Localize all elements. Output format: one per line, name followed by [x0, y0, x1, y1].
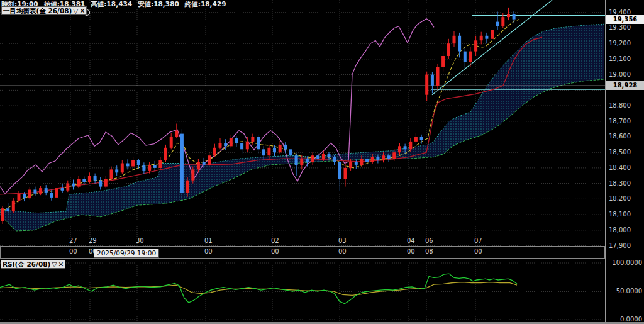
date-tick-label: 03: [338, 237, 347, 244]
senkou-a-line: [0, 24, 604, 213]
collapse-icon[interactable]: ▽: [73, 7, 78, 14]
price-axis-label: 19,100: [609, 55, 631, 62]
price-axis-label: 18,600: [609, 133, 631, 140]
date-tick-label: 02: [271, 237, 279, 244]
price-axis-label: 18,400: [609, 164, 631, 171]
crosshair-tooltip: 2025/09/29 19:00: [94, 249, 159, 258]
price-axis-label: 18,700: [609, 118, 631, 125]
readout-low: 安値:18,380: [138, 0, 179, 8]
price-axis-label: 18,500: [609, 148, 631, 155]
rsi-label: RSI(金 26/08): [3, 260, 50, 268]
collapse-icon[interactable]: ▽: [52, 260, 57, 268]
ichimoku-cloud: [0, 24, 604, 231]
price-axis-label: 17,900: [609, 242, 631, 249]
hour-tick-label: 00: [204, 248, 213, 255]
date-tick-label: 29: [89, 237, 97, 244]
price-axis-label: 18,000: [609, 226, 631, 233]
chart-application-window: 時刻:19:00始値:18,381高値:18,434安値:18,380終値:18…: [0, 0, 644, 324]
date-tick-label: 01: [204, 237, 213, 244]
price-axis-label: 19,200: [609, 40, 631, 47]
price-axis-label: 18,100: [609, 211, 631, 218]
close-icon[interactable]: ✕: [58, 260, 64, 268]
hour-tick-label: 00: [69, 248, 77, 255]
price-axis-label: 19,300: [609, 24, 631, 31]
candles-layer: [1, 8, 516, 224]
main-chart-canvas[interactable]: [0, 0, 605, 246]
panel-divider: [0, 259, 605, 259]
rsi-axis-label: 50.0000: [616, 288, 642, 294]
indicator-label-rsi: RSI(金 26/08)▽✕: [1, 260, 65, 269]
ichimoku-label: 一目均衡表(金 26/08): [3, 7, 72, 14]
date-tick-label: 04: [407, 237, 415, 244]
date-tick-label: 30: [136, 237, 144, 244]
hour-tick-label: 00: [271, 248, 279, 255]
rsi-axis-label: 100.0000: [612, 259, 642, 266]
crosshair-line: [121, 0, 121, 322]
price-axis[interactable]: 19,356 18,928 19,50019,40019,30019,20019…: [605, 0, 644, 324]
close-icon[interactable]: ✕: [79, 7, 85, 14]
marker-price-badge: 18,928: [606, 81, 644, 90]
hour-tick-label: 08: [425, 248, 433, 255]
hour-tick-label: 00: [338, 248, 347, 255]
price-axis-label: 18,800: [609, 102, 631, 109]
date-tick-label: 07: [474, 237, 482, 244]
date-tick-label: 06: [425, 237, 433, 244]
readout-high: 高値:18,434: [91, 0, 132, 8]
price-axis-label: 18,300: [609, 180, 631, 187]
price-axis-label: 18,200: [609, 195, 631, 202]
hour-tick-label: 00: [407, 248, 415, 255]
date-tick-label: 27: [69, 237, 77, 244]
price-axis-label: 19,000: [609, 71, 631, 78]
indicator-label-ichimoku: 一目均衡表(金 26/08)▽✕: [1, 6, 87, 15]
rsi-chart-canvas[interactable]: [0, 260, 605, 324]
rsi-signal-line: [0, 282, 517, 296]
hour-tick-label: 00: [474, 248, 482, 255]
readout-close: 終値:18,429: [185, 0, 226, 8]
current-price-badge: 19,356: [606, 15, 644, 24]
